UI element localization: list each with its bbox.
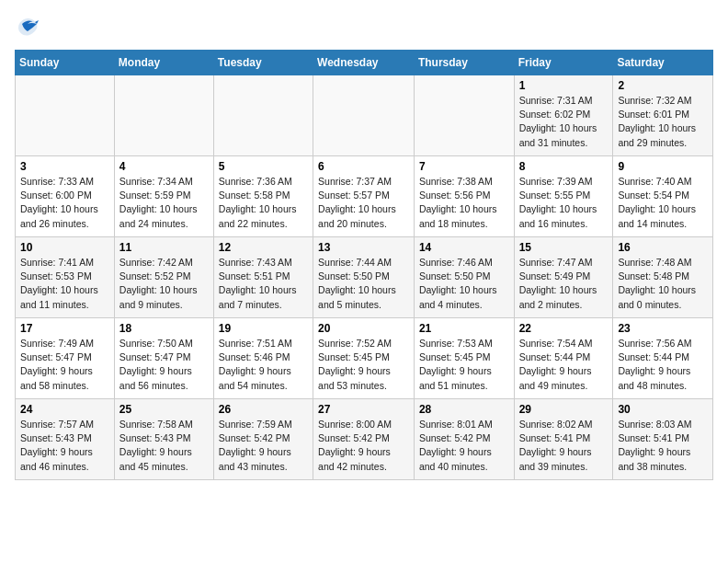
day-info: Sunrise: 7:50 AMSunset: 5:47 PMDaylight:… <box>119 337 209 393</box>
day-info: Sunrise: 7:31 AMSunset: 6:02 PMDaylight:… <box>519 94 609 150</box>
day-number: 22 <box>519 322 609 335</box>
day-info: Sunrise: 7:49 AMSunset: 5:47 PMDaylight:… <box>20 337 109 393</box>
day-number: 16 <box>618 241 708 254</box>
day-number: 28 <box>419 403 509 416</box>
weekday-header: Wednesday <box>313 51 415 75</box>
day-number: 15 <box>519 241 609 254</box>
day-info: Sunrise: 8:03 AMSunset: 5:41 PMDaylight:… <box>618 418 708 474</box>
day-info: Sunrise: 7:57 AMSunset: 5:43 PMDaylight:… <box>20 418 109 474</box>
day-info: Sunrise: 7:32 AMSunset: 6:01 PMDaylight:… <box>618 94 708 150</box>
day-info: Sunrise: 7:39 AMSunset: 5:55 PMDaylight:… <box>519 175 609 231</box>
day-info: Sunrise: 7:58 AMSunset: 5:43 PMDaylight:… <box>119 418 209 474</box>
day-number: 5 <box>219 160 308 173</box>
calendar-cell: 15Sunrise: 7:47 AMSunset: 5:49 PMDayligh… <box>514 237 613 318</box>
day-number: 17 <box>20 322 109 335</box>
day-info: Sunrise: 7:37 AMSunset: 5:57 PMDaylight:… <box>318 175 409 231</box>
calendar-cell: 27Sunrise: 8:00 AMSunset: 5:42 PMDayligh… <box>313 399 415 480</box>
page-header <box>15 15 713 40</box>
calendar-cell: 5Sunrise: 7:36 AMSunset: 5:58 PMDaylight… <box>213 156 313 237</box>
calendar-cell: 16Sunrise: 7:48 AMSunset: 5:48 PMDayligh… <box>613 237 713 318</box>
calendar-cell: 28Sunrise: 8:01 AMSunset: 5:42 PMDayligh… <box>414 399 514 480</box>
calendar-cell: 11Sunrise: 7:42 AMSunset: 5:52 PMDayligh… <box>114 237 213 318</box>
day-number: 1 <box>519 79 609 92</box>
calendar-cell: 2Sunrise: 7:32 AMSunset: 6:01 PMDaylight… <box>613 75 713 156</box>
day-info: Sunrise: 7:51 AMSunset: 5:46 PMDaylight:… <box>219 337 308 393</box>
logo <box>15 15 44 40</box>
day-number: 11 <box>119 241 209 254</box>
calendar-cell: 3Sunrise: 7:33 AMSunset: 6:00 PMDaylight… <box>16 156 115 237</box>
day-number: 19 <box>219 322 308 335</box>
calendar-cell: 17Sunrise: 7:49 AMSunset: 5:47 PMDayligh… <box>16 318 115 399</box>
day-number: 6 <box>318 160 409 173</box>
day-number: 26 <box>219 403 308 416</box>
day-number: 4 <box>119 160 209 173</box>
calendar-cell <box>414 75 514 156</box>
day-info: Sunrise: 7:52 AMSunset: 5:45 PMDaylight:… <box>318 337 409 393</box>
day-number: 12 <box>219 241 308 254</box>
calendar-cell: 6Sunrise: 7:37 AMSunset: 5:57 PMDaylight… <box>313 156 415 237</box>
calendar-week-row: 17Sunrise: 7:49 AMSunset: 5:47 PMDayligh… <box>16 318 713 399</box>
day-info: Sunrise: 7:33 AMSunset: 6:00 PMDaylight:… <box>20 175 109 231</box>
calendar-cell: 4Sunrise: 7:34 AMSunset: 5:59 PMDaylight… <box>114 156 213 237</box>
calendar-cell <box>16 75 115 156</box>
day-number: 29 <box>519 403 609 416</box>
calendar-cell: 20Sunrise: 7:52 AMSunset: 5:45 PMDayligh… <box>313 318 415 399</box>
day-info: Sunrise: 7:48 AMSunset: 5:48 PMDaylight:… <box>618 256 708 312</box>
day-info: Sunrise: 8:00 AMSunset: 5:42 PMDaylight:… <box>318 418 409 474</box>
logo-icon <box>15 15 40 40</box>
calendar-cell: 13Sunrise: 7:44 AMSunset: 5:50 PMDayligh… <box>313 237 415 318</box>
day-number: 7 <box>419 160 509 173</box>
calendar-table: SundayMondayTuesdayWednesdayThursdayFrid… <box>15 50 713 480</box>
day-info: Sunrise: 7:41 AMSunset: 5:53 PMDaylight:… <box>20 256 109 312</box>
day-number: 3 <box>20 160 109 173</box>
weekday-header: Monday <box>114 51 213 75</box>
day-number: 14 <box>419 241 509 254</box>
calendar-cell <box>114 75 213 156</box>
weekday-header: Sunday <box>16 51 115 75</box>
day-number: 8 <box>519 160 609 173</box>
day-info: Sunrise: 7:40 AMSunset: 5:54 PMDaylight:… <box>618 175 708 231</box>
calendar-cell <box>313 75 415 156</box>
calendar-cell: 8Sunrise: 7:39 AMSunset: 5:55 PMDaylight… <box>514 156 613 237</box>
day-info: Sunrise: 7:59 AMSunset: 5:42 PMDaylight:… <box>219 418 308 474</box>
day-info: Sunrise: 7:44 AMSunset: 5:50 PMDaylight:… <box>318 256 409 312</box>
day-info: Sunrise: 7:36 AMSunset: 5:58 PMDaylight:… <box>219 175 308 231</box>
calendar-week-row: 3Sunrise: 7:33 AMSunset: 6:00 PMDaylight… <box>16 156 713 237</box>
day-info: Sunrise: 8:02 AMSunset: 5:41 PMDaylight:… <box>519 418 609 474</box>
day-number: 13 <box>318 241 409 254</box>
day-info: Sunrise: 8:01 AMSunset: 5:42 PMDaylight:… <box>419 418 509 474</box>
calendar-cell: 23Sunrise: 7:56 AMSunset: 5:44 PMDayligh… <box>613 318 713 399</box>
day-info: Sunrise: 7:56 AMSunset: 5:44 PMDaylight:… <box>618 337 708 393</box>
calendar-week-row: 24Sunrise: 7:57 AMSunset: 5:43 PMDayligh… <box>16 399 713 480</box>
calendar-cell: 30Sunrise: 8:03 AMSunset: 5:41 PMDayligh… <box>613 399 713 480</box>
calendar-cell: 10Sunrise: 7:41 AMSunset: 5:53 PMDayligh… <box>16 237 115 318</box>
calendar-cell: 29Sunrise: 8:02 AMSunset: 5:41 PMDayligh… <box>514 399 613 480</box>
day-info: Sunrise: 7:42 AMSunset: 5:52 PMDaylight:… <box>119 256 209 312</box>
calendar-cell: 12Sunrise: 7:43 AMSunset: 5:51 PMDayligh… <box>213 237 313 318</box>
calendar-cell: 19Sunrise: 7:51 AMSunset: 5:46 PMDayligh… <box>213 318 313 399</box>
calendar-cell: 1Sunrise: 7:31 AMSunset: 6:02 PMDaylight… <box>514 75 613 156</box>
day-number: 27 <box>318 403 409 416</box>
calendar-cell <box>213 75 313 156</box>
calendar-cell: 7Sunrise: 7:38 AMSunset: 5:56 PMDaylight… <box>414 156 514 237</box>
day-info: Sunrise: 7:53 AMSunset: 5:45 PMDaylight:… <box>419 337 509 393</box>
calendar-week-row: 1Sunrise: 7:31 AMSunset: 6:02 PMDaylight… <box>16 75 713 156</box>
day-number: 2 <box>618 79 708 92</box>
calendar-cell: 22Sunrise: 7:54 AMSunset: 5:44 PMDayligh… <box>514 318 613 399</box>
calendar-cell: 26Sunrise: 7:59 AMSunset: 5:42 PMDayligh… <box>213 399 313 480</box>
calendar-cell: 9Sunrise: 7:40 AMSunset: 5:54 PMDaylight… <box>613 156 713 237</box>
day-number: 21 <box>419 322 509 335</box>
weekday-header: Tuesday <box>213 51 313 75</box>
day-info: Sunrise: 7:54 AMSunset: 5:44 PMDaylight:… <box>519 337 609 393</box>
weekday-header: Saturday <box>613 51 713 75</box>
day-number: 20 <box>318 322 409 335</box>
day-number: 24 <box>20 403 109 416</box>
calendar-cell: 25Sunrise: 7:58 AMSunset: 5:43 PMDayligh… <box>114 399 213 480</box>
day-number: 9 <box>618 160 708 173</box>
day-info: Sunrise: 7:34 AMSunset: 5:59 PMDaylight:… <box>119 175 209 231</box>
day-number: 30 <box>618 403 708 416</box>
calendar-cell: 14Sunrise: 7:46 AMSunset: 5:50 PMDayligh… <box>414 237 514 318</box>
day-number: 10 <box>20 241 109 254</box>
calendar-header-row: SundayMondayTuesdayWednesdayThursdayFrid… <box>16 51 713 75</box>
calendar-cell: 18Sunrise: 7:50 AMSunset: 5:47 PMDayligh… <box>114 318 213 399</box>
